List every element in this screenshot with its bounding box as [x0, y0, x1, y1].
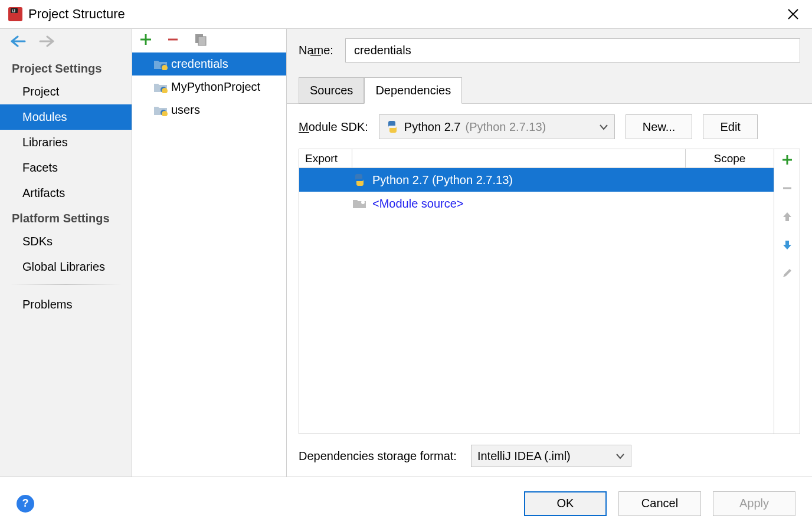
titlebar: IJ Project Structure: [0, 0, 812, 28]
col-scope[interactable]: Scope: [685, 149, 774, 168]
move-down-button[interactable]: [779, 237, 795, 253]
deps-side-toolbar: [774, 149, 800, 434]
sidebar-item-sdks[interactable]: SDKs: [0, 229, 132, 254]
module-sdk-label: Module SDK:: [299, 120, 368, 134]
storage-value: IntelliJ IDEA (.iml): [477, 449, 571, 463]
add-module-button[interactable]: [139, 33, 152, 48]
module-item-credentials[interactable]: credentials: [132, 52, 286, 75]
content-body: Module SDK: Python 2.7 (Python 2.7.13): [287, 104, 812, 477]
content-panel: Name: Sources Dependencies Module SDK: P: [287, 29, 812, 477]
move-up-button[interactable]: [779, 208, 795, 225]
python-folder-icon: [153, 81, 168, 93]
sidebar-item-project[interactable]: Project: [0, 79, 132, 104]
arrow-left-icon: [11, 35, 26, 47]
main-area: Project Settings Project Modules Librari…: [0, 28, 812, 477]
footer-buttons: OK Cancel Apply: [524, 491, 795, 516]
nav-back-button[interactable]: [11, 35, 26, 50]
module-list: credentials MyPythonProject users: [132, 29, 287, 477]
tab-dependencies[interactable]: Dependencies: [364, 77, 462, 104]
python-icon: [385, 120, 400, 134]
svg-point-16: [361, 201, 365, 204]
remove-dep-button[interactable]: [779, 180, 795, 196]
sidebar-heading-project: Project Settings: [0, 56, 132, 79]
footer: ? OK Cancel Apply: [0, 477, 812, 530]
close-button[interactable]: [785, 6, 801, 22]
name-row: Name:: [299, 38, 800, 63]
module-item-label: credentials: [171, 57, 228, 71]
name-label: Name:: [299, 44, 333, 57]
apply-button[interactable]: Apply: [713, 491, 795, 516]
arrow-up-icon: [781, 211, 793, 222]
storage-label: Dependencies storage format:: [299, 449, 457, 463]
add-dep-button[interactable]: [779, 152, 795, 168]
python-folder-icon: [153, 104, 168, 116]
copy-module-button[interactable]: [194, 32, 208, 49]
module-item-label: users: [171, 103, 200, 117]
python-icon: [352, 173, 366, 187]
sidebar-item-artifacts[interactable]: Artifacts: [0, 180, 132, 206]
help-button[interactable]: ?: [17, 495, 34, 513]
help-icon: ?: [22, 497, 29, 510]
sidebar-item-facets[interactable]: Facets: [0, 155, 132, 180]
dependencies-table: Export Scope Python 2.7 (Python 2.7.13): [299, 149, 774, 434]
deps-row-source[interactable]: <Module source>: [299, 192, 774, 215]
sidebar-heading-platform: Platform Settings: [0, 206, 132, 229]
new-sdk-button[interactable]: New...: [626, 114, 693, 139]
col-export[interactable]: Export: [299, 149, 352, 168]
module-item-mypythonproject[interactable]: MyPythonProject: [132, 75, 286, 98]
sdk-version: (Python 2.7.13): [465, 120, 546, 134]
content-top: Name: Sources Dependencies: [287, 29, 812, 104]
deps-label: Python 2.7 (Python 2.7.13): [372, 173, 513, 187]
sdk-name: Python 2.7: [404, 120, 461, 134]
remove-module-button[interactable]: [166, 33, 179, 48]
sidebar-divider: [9, 284, 122, 285]
pencil-icon: [781, 267, 793, 279]
app-icon: IJ: [7, 6, 24, 22]
module-item-users[interactable]: users: [132, 98, 286, 121]
deps-label: <Module source>: [372, 197, 464, 211]
edit-sdk-button[interactable]: Edit: [703, 114, 757, 139]
sidebar-item-global-libraries[interactable]: Global Libraries: [0, 254, 132, 280]
module-item-label: MyPythonProject: [171, 80, 260, 94]
edit-dep-button[interactable]: [779, 265, 795, 281]
chevron-down-icon: [599, 122, 608, 132]
tab-sources[interactable]: Sources: [299, 77, 364, 104]
minus-icon: [166, 33, 179, 46]
sidebar: Project Settings Project Modules Librari…: [0, 29, 132, 477]
storage-select[interactable]: IntelliJ IDEA (.iml): [471, 445, 631, 467]
copy-icon: [194, 32, 208, 47]
name-input[interactable]: [345, 38, 800, 63]
module-sdk-select[interactable]: Python 2.7 (Python 2.7.13): [379, 114, 615, 139]
deps-row-python[interactable]: Python 2.7 (Python 2.7.13): [299, 168, 774, 192]
arrow-down-icon: [781, 239, 793, 251]
window-title: Project Structure: [28, 6, 125, 22]
sidebar-item-modules[interactable]: Modules: [0, 104, 132, 130]
minus-icon: [781, 182, 793, 194]
nav-forward-button[interactable]: [39, 35, 54, 50]
svg-text:IJ: IJ: [12, 9, 15, 13]
folder-icon: [352, 198, 366, 209]
sidebar-item-libraries[interactable]: Libraries: [0, 130, 132, 155]
storage-row: Dependencies storage format: IntelliJ ID…: [299, 445, 800, 467]
dependencies-area: Export Scope Python 2.7 (Python 2.7.13): [299, 149, 800, 434]
python-folder-icon: [153, 58, 168, 70]
ok-button[interactable]: OK: [524, 491, 607, 516]
plus-icon: [139, 33, 152, 46]
arrow-right-icon: [39, 35, 54, 47]
cancel-button[interactable]: Cancel: [618, 491, 701, 516]
deps-header: Export Scope: [299, 149, 774, 168]
tabs: Sources Dependencies: [299, 77, 800, 103]
svg-rect-9: [198, 37, 206, 45]
sdk-row: Module SDK: Python 2.7 (Python 2.7.13): [299, 114, 800, 139]
close-icon: [787, 8, 799, 20]
sidebar-item-problems[interactable]: Problems: [0, 290, 132, 317]
module-list-toolbar: [132, 29, 286, 52]
plus-icon: [781, 154, 793, 166]
chevron-down-icon: [615, 451, 625, 461]
sidebar-nav: [0, 29, 132, 56]
